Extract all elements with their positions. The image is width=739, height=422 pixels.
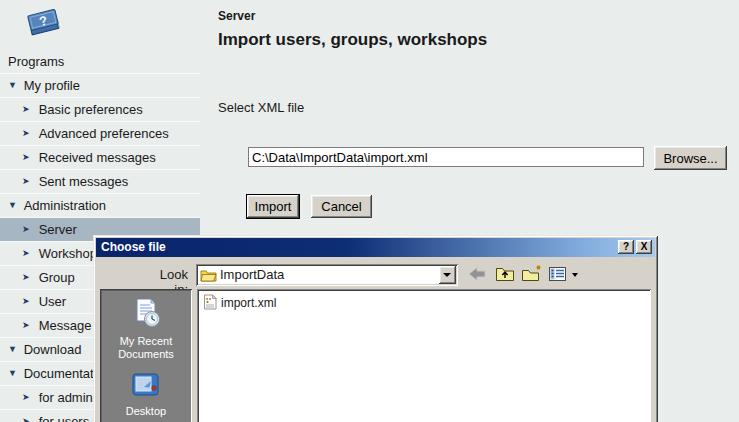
arrow-right-icon: ➤ bbox=[22, 122, 35, 145]
arrow-right-icon: ➤ bbox=[22, 146, 35, 169]
look-in-value: ImportData bbox=[220, 267, 284, 282]
look-in-combobox[interactable]: ImportData bbox=[196, 264, 458, 286]
my-recent-documents-icon bbox=[129, 297, 163, 329]
import-button[interactable]: Import bbox=[247, 195, 299, 218]
cancel-button[interactable]: Cancel bbox=[311, 195, 372, 218]
arrow-right-icon: ➤ bbox=[22, 314, 35, 337]
sidebar-header-label: Programs bbox=[8, 54, 64, 69]
triangle-down-icon: ▼ bbox=[8, 74, 20, 97]
arrow-right-icon: ➤ bbox=[22, 410, 35, 422]
up-one-level-button[interactable] bbox=[495, 265, 517, 285]
arrow-right-icon: ➤ bbox=[22, 170, 35, 193]
new-folder-button[interactable] bbox=[521, 265, 543, 285]
chevron-down-icon bbox=[443, 273, 451, 277]
sidebar-header: Programs bbox=[0, 50, 200, 74]
file-path-input[interactable] bbox=[248, 147, 644, 167]
arrow-right-icon: ➤ bbox=[22, 290, 35, 313]
arrow-right-icon: ➤ bbox=[22, 218, 35, 241]
file-list[interactable]: import.xml bbox=[197, 289, 651, 422]
choose-file-dialog: Choose file ? X Look in: ImportData bbox=[93, 235, 658, 422]
dialog-help-button[interactable]: ? bbox=[618, 240, 634, 254]
sidebar-item-my-profile[interactable]: ▼ My profile bbox=[0, 74, 200, 98]
back-button[interactable] bbox=[467, 265, 489, 285]
sidebar-item-sent-messages[interactable]: ➤ Sent messages bbox=[0, 170, 200, 194]
triangle-down-icon: ▼ bbox=[8, 362, 20, 385]
breadcrumb: Server bbox=[218, 9, 255, 23]
triangle-down-icon: ▼ bbox=[8, 338, 20, 361]
place-my-recent-documents[interactable]: My Recent Documents bbox=[100, 297, 192, 361]
place-label: My Recent Documents bbox=[100, 335, 192, 361]
sidebar-item-advanced-preferences[interactable]: ➤ Advanced preferences bbox=[0, 122, 200, 146]
xml-file-icon bbox=[203, 294, 217, 310]
view-menu-button[interactable] bbox=[548, 265, 578, 285]
places-bar: My Recent Documents Desktop bbox=[100, 289, 192, 422]
sidebar-item-received-messages[interactable]: ➤ Received messages bbox=[0, 146, 200, 170]
desktop-icon bbox=[130, 371, 162, 399]
folder-icon bbox=[200, 267, 217, 286]
look-in-dropdown-button[interactable] bbox=[439, 266, 456, 284]
place-desktop[interactable]: Desktop bbox=[100, 371, 192, 418]
arrow-right-icon: ➤ bbox=[22, 242, 35, 265]
sidebar-item-administration[interactable]: ▼ Administration bbox=[0, 194, 200, 218]
dialog-title: Choose file bbox=[101, 240, 166, 254]
file-item-import-xml[interactable]: import.xml bbox=[203, 294, 645, 310]
file-name: import.xml bbox=[221, 296, 276, 310]
help-book-logo-icon: ? bbox=[26, 6, 64, 42]
chevron-down-icon bbox=[572, 273, 578, 277]
triangle-down-icon: ▼ bbox=[8, 194, 20, 217]
page-title: Import users, groups, workshops bbox=[218, 30, 487, 50]
select-xml-label: Select XML file bbox=[218, 100, 304, 115]
browse-button[interactable]: Browse... bbox=[654, 146, 727, 170]
arrow-right-icon: ➤ bbox=[22, 98, 35, 121]
place-label: Desktop bbox=[100, 405, 192, 418]
dialog-titlebar[interactable]: Choose file bbox=[96, 238, 655, 257]
arrow-right-icon: ➤ bbox=[22, 386, 35, 409]
arrow-right-icon: ➤ bbox=[22, 266, 35, 289]
sidebar-item-basic-preferences[interactable]: ➤ Basic preferences bbox=[0, 98, 200, 122]
dialog-close-button[interactable]: X bbox=[636, 240, 652, 254]
